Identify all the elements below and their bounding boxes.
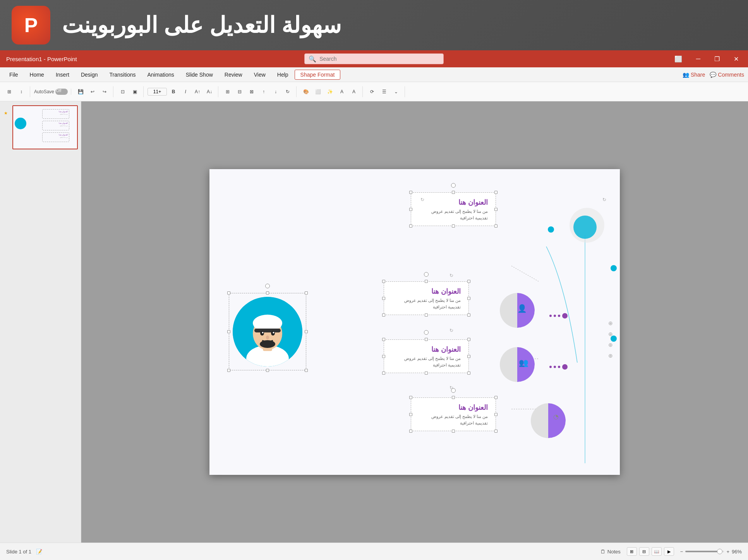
text-outline-btn[interactable]: A	[348, 86, 359, 97]
menu-design[interactable]: Design	[75, 70, 103, 79]
save-btn[interactable]: 💾	[75, 86, 86, 97]
share-icon: 👥	[683, 72, 689, 78]
menu-help[interactable]: Help	[272, 70, 294, 79]
circle-blue-top	[573, 216, 597, 239]
dots-row-2	[549, 364, 568, 370]
view-normal-btn[interactable]: ⊡	[117, 86, 128, 97]
slide-sorter-btn[interactable]: ⊟	[639, 547, 649, 556]
rotate-icon-1: ↻	[602, 197, 606, 202]
share-button[interactable]: 👥 Share	[683, 72, 705, 78]
search-box[interactable]: 🔍	[304, 53, 444, 64]
view-buttons: ⊞ ⊟ 📖 ▶	[627, 547, 674, 556]
slide-thumbnail[interactable]: العنوان هنا من منا لا يطمح العنوان هنا م…	[12, 105, 78, 149]
slide-info: Slide 1 of 1	[6, 549, 31, 555]
view-slide-btn[interactable]: ▣	[129, 86, 140, 97]
slideshow-btn[interactable]: ▶	[664, 547, 674, 556]
menu-animations[interactable]: Animations	[142, 70, 179, 79]
font-decrease-btn[interactable]: A↓	[204, 86, 215, 97]
rotate-btn[interactable]: ↻	[282, 86, 293, 97]
menu-home[interactable]: Home	[24, 70, 50, 79]
bold-btn[interactable]: B	[168, 86, 179, 97]
menu-insert[interactable]: Insert	[50, 70, 75, 79]
ungroup-btn[interactable]: ⊠	[246, 86, 257, 97]
close-button[interactable]: ✕	[731, 54, 742, 64]
reading-view-btn[interactable]: 📖	[652, 547, 662, 556]
window-title: Presentation1 - PowerPoint	[6, 56, 77, 62]
bring-forward-btn[interactable]: ↑	[258, 86, 269, 97]
group-btn[interactable]: ⊟	[234, 86, 245, 97]
box4-body: من منا لا يطمح إلى تقديم عروضتقديمية احت…	[415, 413, 492, 427]
app-title: سهولة التعديل على البوربوينت	[62, 12, 341, 38]
rotate-icon-5: ↻	[420, 197, 424, 202]
search-input[interactable]	[319, 56, 439, 62]
outline-btn[interactable]: ⬜	[312, 86, 323, 97]
align-shapes-btn[interactable]: ⊞	[222, 86, 233, 97]
toolbar-group-shape: 🎨 ⬜ ✨ A A	[300, 86, 363, 97]
send-back-btn[interactable]: ↓	[270, 86, 281, 97]
svg-point-14	[266, 336, 269, 339]
new-slide-btn[interactable]: ⊞	[4, 86, 15, 97]
arrange-btn[interactable]: ↕	[16, 86, 27, 97]
italic-btn[interactable]: I	[180, 86, 191, 97]
powerpoint-logo: P	[12, 6, 50, 45]
font-increase-btn[interactable]: A↑	[192, 86, 203, 97]
maximize-button[interactable]: ❐	[711, 54, 723, 64]
autosave-toggle[interactable]: Off	[55, 89, 68, 95]
restore-button[interactable]: ⬜	[671, 54, 685, 64]
box4-title: العنوان هنا	[415, 402, 492, 413]
minimize-button[interactable]: ─	[693, 54, 703, 64]
toolbar: ⊞ ↕ AutoSave Off 💾 ↩ ↪ ⊡ ▣ 11+ B I A↑ A↓…	[0, 82, 748, 101]
menu-transitions[interactable]: Transitions	[104, 70, 141, 79]
redo-btn[interactable]: ↪	[99, 86, 110, 97]
rotate-icon-4: ↻	[449, 385, 453, 390]
half-circle-lower	[500, 347, 535, 382]
menu-view[interactable]: View	[249, 70, 271, 79]
box3-title: العنوان هنا	[388, 344, 465, 354]
menu-slideshow[interactable]: Slide Show	[180, 70, 218, 79]
text-fill-btn[interactable]: A	[336, 86, 347, 97]
notes-button[interactable]: 🗒 Notes	[600, 549, 621, 555]
slide-canvas[interactable]: العنوان هنا من منا لا يطمح إلى تقديم عرو…	[209, 169, 620, 475]
font-size-selector[interactable]: 11+	[148, 88, 167, 96]
avatar-circle	[233, 297, 302, 366]
menu-file[interactable]: File	[4, 70, 24, 79]
menu-right-actions: 👥 Share 💬 Comments	[683, 72, 744, 78]
box2-title: العنوان هنا	[388, 286, 465, 296]
slide-notes-icon: 📝	[36, 549, 42, 555]
window-controls: ⬜ ─ ❐ ✕	[671, 54, 742, 64]
status-bar: Slide 1 of 1 📝 🗒 Notes ⊞ ⊟ 📖 ▶ − + 96%	[0, 543, 748, 560]
status-left: Slide 1 of 1 📝	[6, 549, 42, 555]
notes-icon: 🗒	[600, 549, 606, 555]
toolbar-group-file: ⊞ ↕	[4, 86, 30, 97]
more-btn[interactable]: ⌄	[391, 86, 401, 97]
main-content: 1 ★ العنوان هنا من منا لا يطمح العنوان ه…	[0, 101, 748, 543]
comments-icon: 💬	[710, 72, 716, 78]
undo-btn[interactable]: ↩	[87, 86, 98, 97]
box1-body: من منا لا يطمح إلى تقديم عروضتقديمية احت…	[415, 207, 492, 222]
menu-review[interactable]: Review	[219, 70, 248, 79]
people-icon: 👥	[519, 358, 528, 367]
cyan-dot-right-1	[611, 265, 617, 271]
selection-pane-btn[interactable]: ☰	[379, 86, 389, 97]
size-position-btn[interactable]: ⟳	[367, 86, 377, 97]
zoom-control: − + 96%	[680, 549, 742, 555]
content-box-3: العنوان هنا من منا لا يطمح إلى تقديم عرو…	[384, 339, 469, 373]
menu-bar: File Home Insert Design Transitions Anim…	[0, 67, 748, 82]
effects-btn[interactable]: ✨	[324, 86, 335, 97]
zoom-slider[interactable]	[685, 551, 724, 552]
box3-body: من منا لا يطمح إلى تقديم عروضتقديمية احت…	[388, 354, 465, 369]
fill-btn[interactable]: 🎨	[300, 86, 311, 97]
content-box-2: العنوان هنا من منا لا يطمح إلى تقديم عرو…	[384, 281, 469, 315]
zoom-in-btn[interactable]: +	[726, 549, 729, 555]
zoom-out-btn[interactable]: −	[680, 549, 683, 555]
cyan-dot-right-2	[611, 336, 617, 342]
avatar-selection-box	[229, 293, 306, 370]
normal-view-btn[interactable]: ⊞	[627, 547, 637, 556]
menu-shape-format[interactable]: Shape Format	[295, 70, 341, 80]
search-icon: 🔍	[309, 55, 316, 63]
app-header: P سهولة التعديل على البوربوينت	[0, 0, 748, 50]
comments-button[interactable]: 💬 Comments	[710, 72, 744, 78]
svg-point-13	[273, 332, 274, 334]
svg-point-10	[260, 331, 264, 336]
rotate-icon-2: ↻	[449, 273, 453, 278]
